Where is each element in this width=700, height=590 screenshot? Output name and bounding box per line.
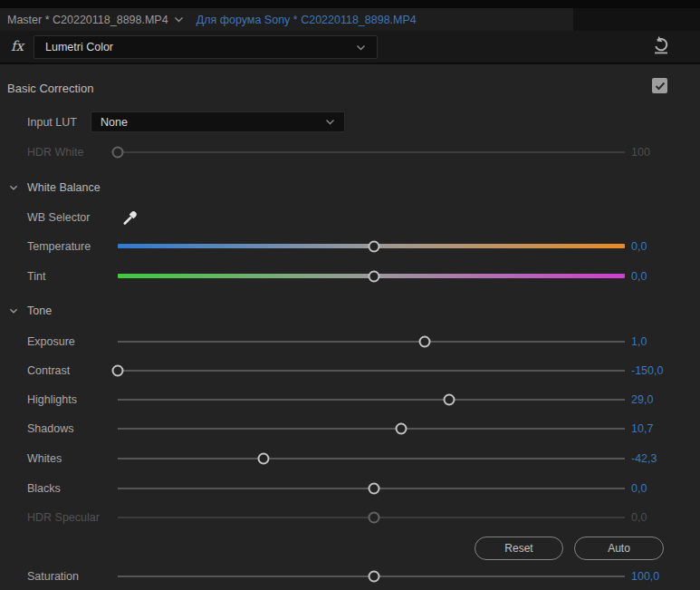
tabbar-empty-area [573,8,700,31]
input-lut-value: None [101,116,128,129]
whites-slider[interactable] [118,448,625,469]
whites-row: Whites -42,3 [0,448,700,469]
section-title: Basic Correction [7,82,93,95]
shadows-slider[interactable] [118,418,625,440]
chevron-down-icon[interactable] [9,308,18,314]
exposure-label: Exposure [27,335,75,348]
temperature-slider[interactable] [118,236,625,257]
tint-row: Tint 0,0 [0,266,700,287]
chevron-down-icon[interactable] [9,185,18,191]
white-balance-title[interactable]: White Balance [27,181,101,194]
whites-track [118,458,625,459]
eyedropper-icon[interactable] [120,208,141,227]
basic-correction-enable-checkbox[interactable] [652,78,667,93]
hdr-white-label: HDR White [27,146,84,159]
whites-value[interactable]: -42,3 [631,452,657,465]
effect-selector-dropdown[interactable]: Lumetri Color [34,35,378,59]
shadows-track [118,428,625,430]
temperature-row: Temperature 0,0 [0,236,700,257]
lumetri-effect-controls-panel: Master * C20220118_8898.MP4 Для форума S… [0,0,700,590]
reset-button[interactable]: Reset [475,537,563,560]
saturation-value[interactable]: 100,0 [631,570,659,583]
highlights-knob[interactable] [444,394,455,406]
highlights-row: Highlights 29,0 [0,389,700,411]
fx-icon: fx [11,38,24,54]
chevron-down-icon [356,44,366,51]
blacks-value[interactable]: 0,0 [631,482,647,495]
tone-title[interactable]: Tone [27,305,52,317]
contrast-value[interactable]: -150,0 [631,364,663,377]
shadows-label: Shadows [27,422,73,435]
hdr-white-knob [112,147,124,159]
blacks-knob[interactable] [368,483,379,495]
hdr-white-slider [118,141,625,163]
contrast-slider[interactable] [118,360,625,382]
hdr-white-row: HDR White 100 [0,141,700,163]
hdr-white-value: 100 [631,146,650,159]
saturation-knob[interactable] [368,571,379,583]
temperature-value[interactable]: 0,0 [631,240,647,253]
exposure-value[interactable]: 1,0 [631,335,647,348]
basic-correction-panel: Basic Correction Input LUT None HDR Whit… [0,64,700,590]
exposure-slider[interactable] [118,331,625,353]
shadows-row: Shadows 10,7 [0,418,700,440]
contrast-track [118,370,625,372]
hdr-specular-label: HDR Specular [27,511,100,524]
highlights-label: Highlights [27,393,77,406]
exposure-knob[interactable] [418,336,430,348]
blacks-row: Blacks 0,0 [0,478,700,499]
reset-effect-icon[interactable] [649,33,673,58]
tone-header-row: Tone [0,300,700,322]
whites-label: Whites [27,452,62,465]
section-header-row: Basic Correction [0,77,700,99]
input-lut-label: Input LUT [27,116,77,129]
hdr-white-track [118,151,625,153]
tab-sequence-clip[interactable]: Для форума Sony * C20220118_8898.MP4 [197,14,417,26]
hdr-specular-value: 0,0 [631,511,647,524]
hdr-specular-knob [368,512,379,524]
tint-slider[interactable] [118,266,625,287]
chevron-down-icon [325,119,335,125]
saturation-slider[interactable] [118,566,625,587]
effect-controls-tabbar: Master * C20220118_8898.MP4 Для форума S… [0,8,700,31]
tint-value[interactable]: 0,0 [631,270,647,283]
highlights-track [118,399,625,401]
whites-knob[interactable] [258,453,270,465]
effect-header-bar: fx Lumetri Color [0,31,700,63]
highlights-value[interactable]: 29,0 [631,393,653,406]
exposure-track [118,341,625,343]
blacks-slider[interactable] [118,478,625,499]
highlights-slider[interactable] [118,389,625,411]
tab-master-clip[interactable]: Master * C20220118_8898.MP4 [7,14,168,26]
contrast-label: Contrast [27,364,70,377]
panel-top-edge [0,0,700,8]
effect-selector-value: Lumetri Color [45,41,113,53]
shadows-knob[interactable] [396,423,408,435]
hdr-specular-slider [118,507,625,528]
hdr-specular-row: HDR Specular 0,0 [0,507,700,528]
checkmark-icon [655,82,666,91]
saturation-label: Saturation [27,570,79,583]
exposure-row: Exposure 1,0 [0,331,700,353]
blacks-label: Blacks [27,482,61,495]
temperature-label: Temperature [27,240,91,253]
wb-selector-row: WB Selector [0,207,700,228]
tint-knob[interactable] [368,271,379,283]
contrast-row: Contrast -150,0 [0,360,700,382]
input-lut-row: Input LUT None [0,111,700,133]
white-balance-header-row: White Balance [0,177,700,198]
tint-label: Tint [27,270,45,283]
wb-selector-label: WB Selector [27,211,90,224]
buttons-row: Reset Auto [0,537,700,560]
auto-button[interactable]: Auto [574,537,664,560]
saturation-row: Saturation 100,0 [0,566,700,587]
chevron-down-icon[interactable] [174,16,184,23]
input-lut-dropdown[interactable]: None [91,111,345,132]
temperature-knob[interactable] [368,241,379,253]
shadows-value[interactable]: 10,7 [631,422,653,435]
contrast-knob[interactable] [112,365,124,377]
